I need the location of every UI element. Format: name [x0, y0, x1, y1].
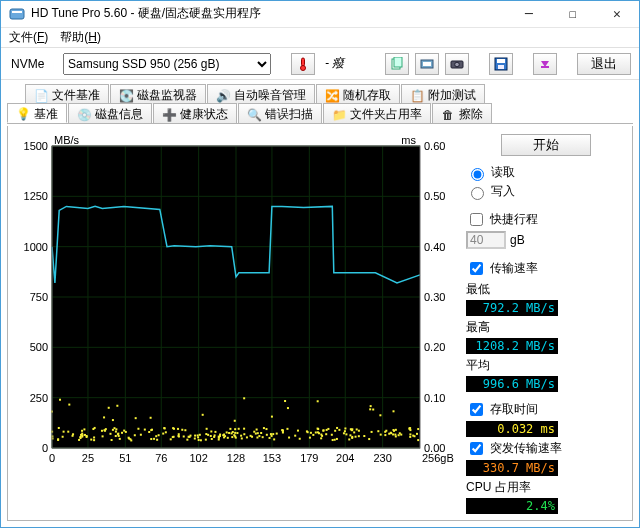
svg-rect-2 [302, 58, 305, 66]
camera-button[interactable] [445, 53, 469, 75]
svg-text:102: 102 [189, 452, 207, 464]
avg-label: 平均 [466, 357, 626, 374]
svg-rect-62 [256, 437, 258, 439]
svg-rect-164 [380, 434, 382, 436]
access-check[interactable]: 存取时间 [466, 400, 626, 419]
info-icon: 💿 [77, 108, 91, 122]
tab-benchmark[interactable]: 💡基准 [7, 103, 67, 123]
svg-rect-5 [394, 57, 402, 67]
tab-aam[interactable]: 🔊自动噪音管理 [207, 84, 315, 104]
svg-rect-131 [115, 435, 117, 437]
svg-rect-251 [258, 435, 260, 437]
tab-random-access[interactable]: 🔀随机存取 [316, 84, 400, 104]
svg-rect-219 [385, 430, 387, 432]
avg-value: 996.6 MB/s [466, 376, 558, 392]
svg-rect-147 [214, 431, 216, 433]
tab-extra-tests[interactable]: 📋附加测试 [401, 84, 485, 104]
svg-rect-70 [353, 431, 355, 433]
tab-folder-usage[interactable]: 📁文件夹占用率 [323, 103, 431, 123]
svg-rect-195 [104, 430, 106, 432]
svg-rect-260 [115, 431, 117, 433]
svg-rect-225 [318, 432, 320, 434]
menu-help[interactable]: 帮助(H) [60, 29, 101, 46]
tab-file-benchmark[interactable]: 📄文件基准 [25, 84, 109, 104]
svg-rect-241 [309, 437, 311, 439]
svg-rect-79 [331, 434, 333, 436]
svg-rect-177 [199, 434, 201, 436]
read-radio[interactable]: 读取 [466, 164, 626, 181]
menu-bar: 文件(F) 帮助(H) [1, 28, 639, 47]
maximize-button[interactable]: ☐ [551, 1, 595, 27]
quick-check[interactable]: 快捷行程 [466, 210, 626, 229]
svg-rect-146 [183, 435, 185, 437]
svg-rect-199 [213, 436, 215, 438]
start-button[interactable]: 开始 [501, 134, 591, 156]
svg-rect-210 [57, 439, 59, 441]
benchmark-chart: 02505007501000125015000.000.100.200.300.… [14, 132, 460, 514]
svg-text:51: 51 [119, 452, 131, 464]
svg-point-3 [301, 65, 306, 70]
exit-button[interactable]: 退出 [577, 53, 631, 75]
tab-error-scan[interactable]: 🔍错误扫描 [238, 103, 322, 123]
svg-text:25: 25 [82, 452, 94, 464]
svg-rect-108 [93, 436, 95, 438]
svg-rect-283 [227, 437, 229, 439]
svg-rect-197 [355, 436, 357, 438]
svg-rect-166 [262, 436, 264, 438]
write-radio[interactable]: 写入 [466, 183, 626, 200]
tab-row-2: 💡基准 💿磁盘信息 ➕健康状态 🔍错误扫描 📁文件夹占用率 🗑擦除 [7, 103, 633, 124]
svg-text:0.30: 0.30 [424, 291, 445, 303]
svg-rect-176 [388, 433, 390, 435]
options-button[interactable] [533, 53, 557, 75]
svg-rect-157 [72, 435, 74, 437]
svg-rect-250 [117, 433, 119, 435]
extra-icon: 📋 [410, 89, 424, 103]
tab-info[interactable]: 💿磁盘信息 [68, 103, 152, 123]
svg-rect-105 [155, 435, 157, 437]
temperature-button[interactable] [291, 53, 315, 75]
svg-rect-153 [338, 429, 340, 431]
svg-text:204: 204 [336, 452, 354, 464]
close-button[interactable]: ✕ [595, 1, 639, 27]
svg-rect-191 [336, 427, 338, 429]
device-select[interactable]: Samsung SSD 950 (256 gB) [63, 53, 271, 75]
svg-rect-261 [243, 397, 245, 399]
svg-rect-275 [416, 433, 418, 435]
svg-text:ms: ms [401, 134, 416, 146]
svg-rect-172 [63, 431, 65, 433]
screenshot-button[interactable] [415, 53, 439, 75]
svg-rect-129 [186, 439, 188, 441]
svg-rect-80 [256, 429, 258, 431]
svg-rect-269 [151, 429, 153, 431]
minimize-button[interactable]: ─ [507, 1, 551, 27]
toolbar: NVMe Samsung SSD 950 (256 gB) - 癈 退出 [1, 47, 639, 80]
svg-rect-227 [236, 432, 238, 434]
copy-info-button[interactable] [385, 53, 409, 75]
svg-rect-137 [119, 438, 121, 440]
svg-rect-257 [109, 433, 111, 435]
tab-row-1: 📄文件基准 💽磁盘监视器 🔊自动噪音管理 🔀随机存取 📋附加测试 [7, 84, 633, 104]
transfer-check[interactable]: 传输速率 [466, 259, 626, 278]
svg-rect-233 [234, 428, 236, 430]
burst-check[interactable]: 突发传输速率 [466, 439, 626, 458]
save-button[interactable] [489, 53, 513, 75]
min-label: 最低 [466, 281, 626, 298]
menu-file[interactable]: 文件(F) [9, 29, 48, 46]
tab-disk-monitor[interactable]: 💽磁盘监视器 [110, 84, 206, 104]
svg-rect-237 [409, 436, 411, 438]
svg-rect-128 [172, 436, 174, 438]
window-title: HD Tune Pro 5.60 - 硬盘/固态硬盘实用程序 [31, 5, 507, 22]
svg-rect-214 [379, 414, 381, 416]
svg-rect-138 [67, 431, 69, 433]
tab-erase[interactable]: 🗑擦除 [432, 103, 492, 123]
svg-rect-245 [384, 434, 386, 436]
svg-rect-77 [288, 437, 290, 439]
svg-rect-180 [332, 439, 334, 441]
svg-rect-221 [79, 436, 81, 438]
svg-rect-299 [297, 430, 299, 432]
svg-rect-256 [343, 432, 345, 434]
svg-rect-293 [177, 428, 179, 430]
tab-health[interactable]: ➕健康状态 [153, 103, 237, 123]
svg-rect-148 [393, 410, 395, 412]
svg-text:230: 230 [373, 452, 391, 464]
